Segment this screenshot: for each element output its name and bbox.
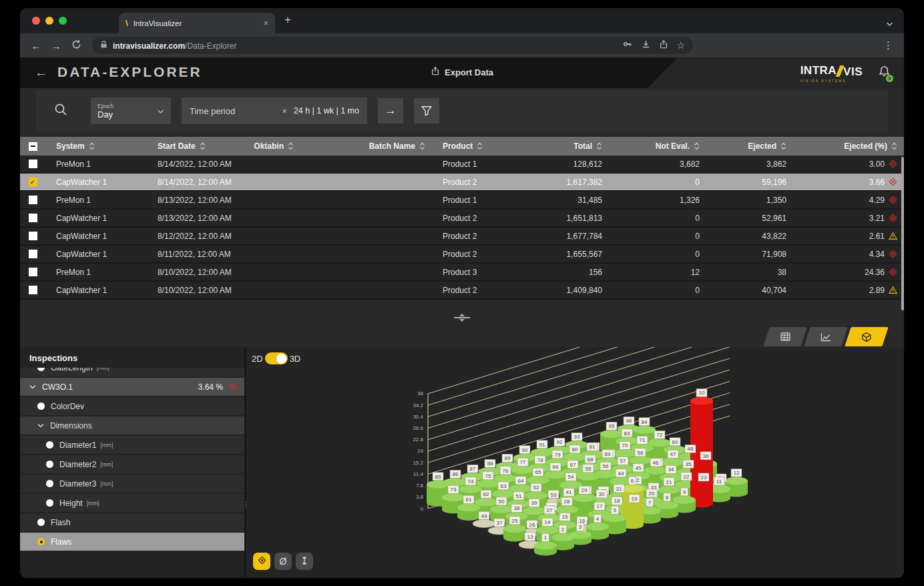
sort-icon[interactable]	[200, 142, 206, 150]
password-key-icon[interactable]	[622, 39, 633, 52]
error-icon	[889, 214, 897, 222]
column-header[interactable]: Not Eval.	[614, 141, 712, 151]
browser-menu-icon[interactable]: ⋮	[883, 39, 896, 51]
sort-icon[interactable]	[891, 142, 897, 150]
inspection-item-ColorDev[interactable]: ColorDev	[20, 397, 244, 415]
column-header[interactable]: System	[45, 141, 147, 151]
sort-icon[interactable]	[780, 142, 786, 150]
tab-search-chevron-icon[interactable]	[886, 17, 893, 29]
flaws-tool-button[interactable]	[253, 553, 270, 570]
sort-icon[interactable]	[694, 142, 700, 150]
browser-forward-button[interactable]: →	[48, 40, 64, 51]
toggle-3d-label[interactable]: 3D	[290, 354, 301, 364]
inspection-group-CW3O.1[interactable]: CW3O.13.64 %	[20, 378, 244, 396]
time-period-input[interactable]: Time period × 24 h | 1 wk | 1 mo	[182, 97, 367, 124]
panel-resize-handle[interactable]	[454, 314, 470, 322]
sort-icon[interactable]	[477, 142, 483, 150]
sort-icon[interactable]	[596, 142, 602, 150]
row-checkbox[interactable]	[29, 250, 37, 258]
svg-text:41: 41	[566, 489, 572, 495]
table-row[interactable]: PreMon 1 8/10/2022, 12:00 AM Product 3 1…	[20, 264, 904, 282]
sort-icon[interactable]	[288, 142, 294, 150]
inspection-item-Flaws[interactable]: Flaws	[20, 533, 244, 551]
height-tool-button[interactable]	[296, 553, 313, 570]
table-scrollbar[interactable]	[901, 157, 904, 310]
row-checkbox[interactable]	[29, 232, 37, 240]
browser-tab[interactable]: \ IntraVisualizer ×	[119, 13, 275, 33]
svg-text:83: 83	[624, 430, 630, 436]
toggle-2d-label[interactable]: 2D	[252, 354, 263, 364]
reload-button[interactable]	[68, 39, 84, 51]
svg-text:69: 69	[605, 451, 611, 457]
row-checkbox[interactable]	[29, 214, 37, 222]
column-header[interactable]: Oktabin	[232, 141, 306, 151]
export-data-button[interactable]: Export Data	[431, 66, 493, 78]
column-header[interactable]: Product	[437, 141, 504, 151]
table-row[interactable]: CapWatcher 1 8/11/2022, 12:00 AM Product…	[20, 246, 904, 264]
close-window-button[interactable]	[32, 17, 40, 25]
row-checkbox[interactable]	[29, 268, 37, 276]
svg-text:30.4: 30.4	[413, 414, 423, 420]
svg-text:53: 53	[551, 492, 557, 498]
row-checkbox[interactable]	[29, 286, 37, 294]
cell-total: 1,677,784	[504, 232, 614, 241]
cell-ejected: 59,196	[712, 178, 798, 187]
clear-icon[interactable]: ×	[282, 106, 287, 116]
table-row[interactable]: ✓ CapWatcher 1 8/14/2022, 12:00 AM Produ…	[20, 174, 904, 192]
app-back-button[interactable]: ←	[35, 65, 47, 80]
table-row[interactable]: CapWatcher 1 8/12/2022, 12:00 AM Product…	[20, 228, 904, 246]
inspection-item-Diameter2[interactable]: Diameter2[mm]	[20, 455, 244, 473]
svg-text:29: 29	[582, 487, 588, 493]
2d-3d-switch[interactable]	[265, 352, 288, 364]
inspection-item-Height[interactable]: Height[mm]	[20, 494, 244, 512]
inspection-item-Diameter3[interactable]: Diameter3[mm]	[20, 475, 244, 493]
column-header[interactable]: Ejected (%)	[798, 141, 904, 151]
table-row[interactable]: PreMon 1 8/13/2022, 12:00 AM Product 1 3…	[20, 192, 904, 210]
row-checkbox[interactable]	[29, 160, 37, 168]
apply-filter-button[interactable]: →	[378, 98, 403, 123]
row-checkbox[interactable]: ✓	[29, 178, 37, 186]
quick-range-options[interactable]: 24 h | 1 wk | 1 mo	[294, 106, 359, 115]
svg-text:92: 92	[557, 439, 563, 445]
table-row[interactable]: PreMon 1 8/14/2022, 12:00 AM Product 1 1…	[20, 156, 904, 174]
column-header[interactable]: Start Date	[147, 141, 232, 151]
search-icon[interactable]	[53, 102, 68, 119]
cell-ejected-pct: 2.89	[798, 286, 904, 295]
row-checkbox[interactable]	[29, 196, 37, 204]
zoom-window-button[interactable]	[59, 17, 67, 25]
filter-funnel-button[interactable]	[414, 98, 439, 123]
url-bar[interactable]: intravisualizer.com/Data-Explorer ☆	[92, 37, 693, 54]
diameter-tool-button[interactable]: Ø	[274, 553, 292, 570]
notifications-bell-icon[interactable]: 0	[878, 65, 891, 81]
share-icon[interactable]	[659, 39, 668, 52]
bottom-panels: Inspections GateLength[mm]CW3O.13.64 % C…	[20, 347, 904, 578]
sort-icon[interactable]	[419, 142, 425, 150]
epoch-dropdown[interactable]: Epoch Day	[91, 97, 171, 124]
tab-3d-view[interactable]	[845, 327, 888, 346]
radio-icon	[37, 402, 45, 410]
tab-line-chart-view[interactable]	[804, 327, 847, 346]
inspection-subgroup-Dimensions[interactable]: Dimensions	[20, 416, 244, 434]
table-row[interactable]: CapWatcher 1 8/10/2022, 12:00 AM Product…	[20, 282, 904, 300]
new-tab-button[interactable]: +	[284, 13, 291, 27]
sort-icon[interactable]	[89, 142, 95, 150]
tab-table-view[interactable]	[763, 327, 806, 346]
inspection-item-GateLength[interactable]: GateLength[mm]	[20, 368, 244, 376]
minimize-window-button[interactable]	[45, 17, 53, 25]
inspection-item-Diameter1[interactable]: Diameter1[mm]	[20, 436, 244, 454]
svg-text:88: 88	[487, 461, 493, 467]
cell-start-date: 8/12/2022, 12:00 AM	[147, 232, 232, 241]
cell-system: PreMon 1	[45, 160, 147, 169]
download-icon[interactable]	[641, 39, 651, 52]
select-all-checkbox[interactable]	[29, 142, 37, 151]
bookmark-star-icon[interactable]: ☆	[676, 40, 685, 51]
table-row[interactable]: CapWatcher 1 8/13/2022, 12:00 AM Product…	[20, 210, 904, 228]
column-header[interactable]: Batch Name	[306, 141, 437, 151]
column-header[interactable]: Total	[504, 141, 614, 151]
browser-back-button[interactable]: ←	[28, 40, 44, 51]
tab-close-icon[interactable]: ×	[263, 18, 268, 28]
svg-text:48: 48	[688, 446, 694, 452]
inspection-item-Flash[interactable]: Flash	[20, 513, 244, 531]
column-header[interactable]: Ejected	[712, 141, 798, 151]
cell-ejected: 1,350	[712, 196, 798, 205]
